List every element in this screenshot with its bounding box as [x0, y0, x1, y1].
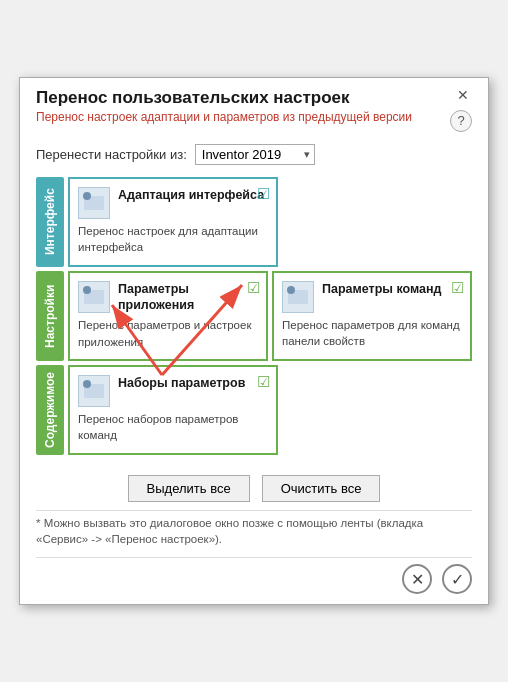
card-icon-sets	[78, 375, 110, 407]
source-label: Перенести настройки из:	[36, 147, 187, 162]
select-all-button[interactable]: Выделить все	[128, 475, 250, 502]
card-title-cmd: Параметры команд	[322, 281, 462, 297]
confirm-button[interactable]: ✓	[442, 564, 472, 594]
card-check-sets: ☑	[257, 373, 270, 391]
group-content: Содержимое Наборы параметров ☑ Перенос н…	[36, 365, 472, 455]
group-interface-cards: Адаптация интерфейса ☑ Перенос настроек …	[68, 177, 472, 267]
card-check-cmd: ☑	[451, 279, 464, 297]
help-button[interactable]: ?	[450, 110, 472, 132]
card-title-app: Параметры приложения	[118, 281, 258, 314]
card-icon-app	[78, 281, 110, 313]
clear-all-button[interactable]: Очистить все	[262, 475, 381, 502]
main-dialog: Перенос пользовательских настроек ✕ Пере…	[19, 77, 489, 605]
content-area: Перенести настройки из: Inventor 2019 Ин…	[20, 140, 488, 463]
groups-container: Интерфейс Адаптация интерфейса ☑ Перенос…	[36, 177, 472, 455]
card-title-adaptation: Адаптация интерфейса	[118, 187, 268, 203]
close-button[interactable]: ✕	[454, 86, 472, 104]
group-settings: Настройки Параметры приложения ☑ Перенос…	[36, 271, 472, 361]
card-top-cmd: Параметры команд ☑	[282, 281, 462, 313]
card-adaptation[interactable]: Адаптация интерфейса ☑ Перенос настроек …	[68, 177, 278, 267]
title-bar: Перенос пользовательских настроек ✕	[20, 78, 488, 108]
card-desc-cmd: Перенос параметров для команд панели сво…	[282, 317, 462, 349]
empty-slot-content	[282, 365, 472, 455]
source-row: Перенести настройки из: Inventor 2019	[36, 144, 472, 165]
card-app-params[interactable]: Параметры приложения ☑ Перенос параметро…	[68, 271, 268, 361]
source-select[interactable]: Inventor 2019	[195, 144, 315, 165]
card-title-sets: Наборы параметров	[118, 375, 268, 391]
card-check-app: ☑	[247, 279, 260, 297]
card-header-app: Параметры приложения	[118, 281, 258, 314]
card-param-sets[interactable]: Наборы параметров ☑ Перенос наборов пара…	[68, 365, 278, 455]
card-desc-sets: Перенос наборов параметров команд	[78, 411, 268, 443]
group-label-interface: Интерфейс	[36, 177, 64, 267]
group-label-settings: Настройки	[36, 271, 64, 361]
bottom-buttons-row: ✕ ✓	[20, 558, 488, 604]
group-content-cards: Наборы параметров ☑ Перенос наборов пара…	[68, 365, 472, 455]
cancel-button[interactable]: ✕	[402, 564, 432, 594]
card-desc-app: Перенос параметров и настроек приложения	[78, 317, 258, 349]
card-top-sets: Наборы параметров ☑	[78, 375, 268, 407]
action-buttons-row: Выделить все Очистить все	[20, 463, 488, 510]
footer-note: * Можно вызвать это диалоговое окно позж…	[20, 511, 488, 557]
card-icon-cmd	[282, 281, 314, 313]
card-top: Адаптация интерфейса ☑	[78, 187, 268, 219]
source-select-wrapper[interactable]: Inventor 2019	[195, 144, 315, 165]
empty-slot-interface	[282, 177, 472, 267]
card-desc-adaptation: Перенос настроек для адаптации интерфейс…	[78, 223, 268, 255]
card-header-adaptation: Адаптация интерфейса	[118, 187, 268, 203]
dialog-subtitle: Перенос настроек адаптации и параметров …	[36, 110, 450, 124]
card-header-sets: Наборы параметров	[118, 375, 268, 391]
group-settings-cards: Параметры приложения ☑ Перенос параметро…	[68, 271, 472, 361]
dialog-title: Перенос пользовательских настроек	[36, 88, 454, 108]
group-label-content: Содержимое	[36, 365, 64, 455]
card-check-adaptation: ☑	[257, 185, 270, 203]
card-header-cmd: Параметры команд	[322, 281, 462, 297]
card-icon-adaptation	[78, 187, 110, 219]
card-top-app: Параметры приложения ☑	[78, 281, 258, 314]
card-cmd-params[interactable]: Параметры команд ☑ Перенос параметров дл…	[272, 271, 472, 361]
group-interface: Интерфейс Адаптация интерфейса ☑ Перенос…	[36, 177, 472, 267]
